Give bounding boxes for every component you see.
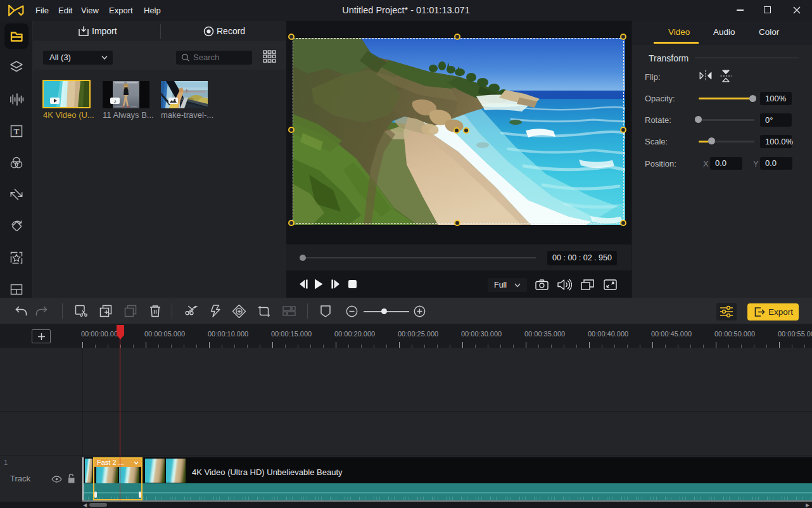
svg-text:T: T — [13, 127, 19, 136]
